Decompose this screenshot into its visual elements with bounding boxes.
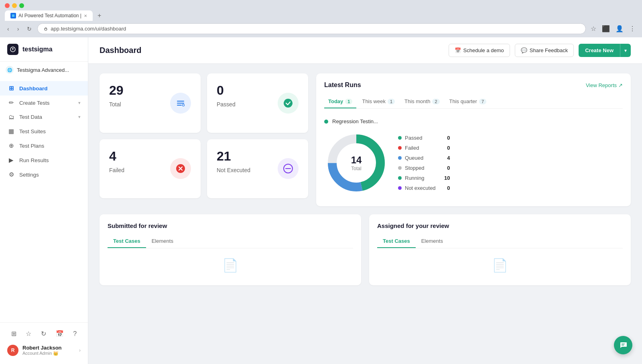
chart-area: 14 Total Passed 0 (324, 128, 623, 198)
chart-legend: Passed 0 Failed 0 Queued 4 (398, 135, 450, 191)
run-tab-this-month[interactable]: This month 2 (400, 95, 443, 108)
help-bottom-icon[interactable]: ? (73, 330, 77, 338)
chat-float-button[interactable] (614, 336, 632, 354)
user-chevron-icon: › (79, 348, 81, 353)
assigned-tab-elements[interactable]: Elements (416, 235, 449, 248)
sidebar-label-run-results: Run Results (19, 157, 49, 163)
legend-item-not-executed: Not executed 0 (398, 185, 450, 191)
legend-item-running: Running 10 (398, 175, 450, 181)
schedule-demo-button[interactable]: 📅 Schedule a demo (449, 44, 510, 57)
feedback-icon: 💬 (521, 47, 527, 53)
star-bottom-icon[interactable]: ☆ (26, 330, 31, 338)
main-content-area: Dashboard 📅 Schedule a demo 💬 Share Feed… (88, 37, 642, 364)
sidebar-bottom: ⊞ ☆ ↻ 📅 ? R Robert Jackson Account Admin… (0, 322, 88, 364)
grid-bottom-icon[interactable]: ⊞ (11, 330, 16, 338)
submitted-empty-state: 📄 (222, 258, 238, 273)
assigned-empty-state: 📄 (492, 258, 508, 273)
assigned-review-tabs: Test Cases Elements (377, 235, 623, 248)
svg-point-7 (284, 99, 293, 108)
new-tab-button[interactable]: + (94, 10, 104, 21)
sidebar-label-settings: Settings (19, 172, 39, 178)
sidebar-item-create-tests[interactable]: ✏ Create Tests ▾ (0, 96, 88, 110)
today-badge: 1 (345, 99, 352, 104)
empty-document-icon-2: 📄 (492, 258, 508, 273)
minimize-traffic-light[interactable] (12, 3, 17, 8)
assigned-for-review-card: Assigned for your review Test Cases Elem… (369, 214, 631, 285)
legend-item-queued: Queued 4 (398, 155, 450, 161)
share-feedback-button[interactable]: 💬 Share Feedback (515, 44, 574, 57)
run-tab-this-week[interactable]: This week 1 (358, 95, 399, 108)
submitted-for-review-card: Submitted for review Test Cases Elements… (100, 214, 361, 285)
create-tests-icon: ✏ (7, 99, 15, 106)
tab-title: AI Powered Test Automation | (18, 13, 81, 18)
run-tab-this-quarter[interactable]: This quarter 7 (445, 95, 491, 108)
user-name: Robert Jackson (22, 345, 75, 351)
run-name: Regression Testin... (332, 118, 623, 124)
external-link-icon: ↗ (618, 82, 623, 88)
lock-icon (43, 26, 48, 31)
active-tab[interactable]: AI Powered Test Automation | ✕ (5, 10, 93, 21)
create-new-main-button[interactable]: Create New (579, 44, 620, 57)
extensions-button[interactable]: ⬛ (600, 23, 612, 34)
browser-actions: ☆ ⬛ 👤 ⋮ (589, 23, 637, 34)
stat-icon-total (170, 93, 191, 114)
submitted-tab-test-cases[interactable]: Test Cases (108, 235, 146, 248)
sidebar-nav: ⊞ Dashboard ✏ Create Tests ▾ 🗂 Test Data… (0, 78, 88, 322)
stat-card-failed: 4 Failed (100, 139, 201, 199)
donut-center: 14 Total (351, 155, 362, 171)
run-tab-today[interactable]: Today 1 (324, 95, 356, 108)
refresh-bottom-icon[interactable]: ↻ (41, 330, 46, 338)
submitted-review-tabs: Test Cases Elements (108, 235, 353, 248)
sidebar-logo: testsigma (0, 37, 88, 62)
view-reports-link[interactable]: View Reports ↗ (586, 82, 623, 88)
sidebar-item-dashboard[interactable]: ⊞ Dashboard (0, 81, 88, 96)
stat-card-passed: 0 Passed (207, 73, 308, 133)
profile-button[interactable]: 👤 (614, 23, 625, 34)
calendar-bottom-icon[interactable]: 📅 (56, 330, 64, 338)
sidebar-item-test-suites[interactable]: ▦ Test Suites (0, 124, 88, 138)
workspace-name: Testsigma Advanced... (17, 67, 69, 73)
browser-toolbar: ‹ › ↻ app.testsigma.com/ui/dashboard ☆ ⬛… (0, 21, 642, 37)
main-content: 29 Total 0 Passed 4 (88, 64, 642, 364)
close-traffic-light[interactable] (5, 3, 10, 8)
menu-button[interactable]: ⋮ (628, 23, 637, 34)
back-button[interactable]: ‹ (5, 25, 12, 33)
sidebar-item-settings[interactable]: ⚙ Settings (0, 167, 88, 182)
legend-item-failed: Failed 0 (398, 145, 450, 151)
user-section[interactable]: R Robert Jackson Account Admin 👑 › (0, 341, 88, 360)
empty-document-icon: 📄 (222, 258, 238, 273)
donut-chart: 14 Total (324, 131, 388, 195)
sidebar-workspace[interactable]: 🌐 Testsigma Advanced... (0, 62, 88, 78)
create-new-dropdown-button[interactable]: ▾ (620, 44, 631, 57)
sidebar: testsigma 🌐 Testsigma Advanced... ⊞ Dash… (0, 37, 88, 364)
stat-card-not-executed: 21 Not Executed (207, 139, 308, 199)
user-info: Robert Jackson Account Admin 👑 (22, 345, 75, 356)
settings-icon: ⚙ (7, 171, 15, 178)
sidebar-item-run-results[interactable]: ▶ Run Results (0, 153, 88, 167)
run-tabs: Today 1 This week 1 This month 2 This (324, 95, 623, 109)
legend-value-stopped: 0 (447, 165, 450, 171)
create-new-button-group: Create New ▾ (579, 44, 631, 57)
address-bar[interactable]: app.testsigma.com/ui/dashboard (37, 23, 586, 34)
sidebar-item-test-data[interactable]: 🗂 Test Data ▾ (0, 110, 88, 124)
stat-icon-passed (278, 93, 299, 114)
calendar-icon: 📅 (455, 47, 461, 53)
sidebar-item-test-plans[interactable]: ⊕ Test Plans (0, 138, 88, 153)
donut-total-label: Total (351, 166, 362, 171)
browser-chrome: AI Powered Test Automation | ✕ + (0, 0, 642, 21)
maximize-traffic-light[interactable] (19, 3, 24, 8)
stats-grid: 29 Total 0 Passed 4 (100, 73, 308, 198)
legend-label-running: Running (405, 175, 441, 181)
workspace-icon: 🌐 (6, 66, 14, 74)
run-status-dot (324, 120, 328, 124)
forward-button[interactable]: › (15, 25, 22, 33)
legend-dot-passed (398, 136, 402, 140)
bookmark-button[interactable]: ☆ (589, 23, 598, 34)
tab-close-button[interactable]: ✕ (84, 14, 87, 18)
submitted-tab-elements[interactable]: Elements (146, 235, 179, 248)
x-circle-icon (175, 163, 186, 174)
assigned-tab-test-cases[interactable]: Test Cases (377, 235, 416, 248)
refresh-button[interactable]: ↻ (24, 25, 34, 33)
legend-item-passed: Passed 0 (398, 135, 450, 141)
sidebar-label-create-tests: Create Tests (19, 100, 50, 106)
